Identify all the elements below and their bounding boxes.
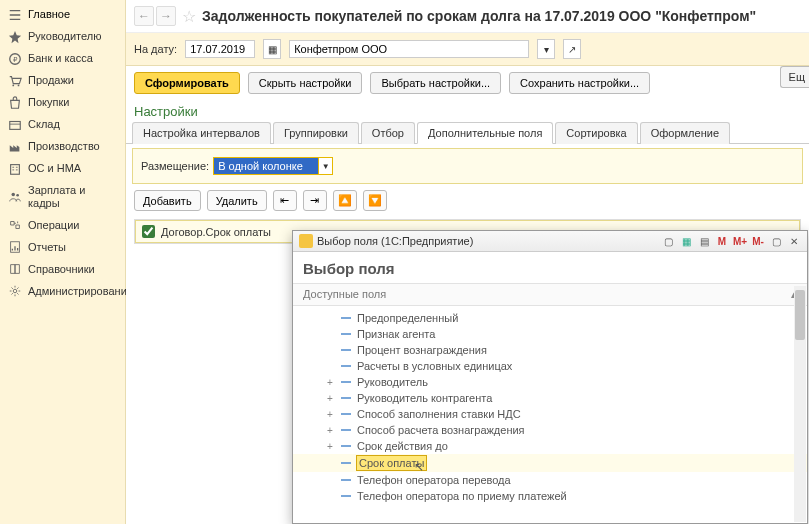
date-input[interactable] [185,40,255,58]
tree-row[interactable]: Телефон оператора по приему платежей [293,488,807,504]
hide-settings-button[interactable]: Скрыть настройки [248,72,363,94]
expand-icon[interactable]: + [325,425,335,436]
expand-icon[interactable]: + [325,377,335,388]
tree-row-label: Руководитель контрагента [357,392,492,404]
nav-forward-button[interactable]: → [156,6,176,26]
calendar-icon[interactable]: ▦ [679,234,693,248]
operations-icon [8,218,22,232]
choose-settings-button[interactable]: Выбрать настройки... [370,72,501,94]
app-icon [299,234,313,248]
placement-dropdown-icon[interactable]: ▼ [318,158,332,174]
svg-point-6 [12,193,16,197]
tree-area[interactable]: ПредопределенныйПризнак агентаПроцент во… [293,306,807,524]
tab-filter[interactable]: Отбор [361,122,415,144]
popup-titlebar[interactable]: Выбор поля (1С:Предприятие) ▢ ▦ ▤ M M+ M… [293,231,807,252]
calc-icon[interactable]: ▢ [661,234,675,248]
tab-groupings[interactable]: Группировки [273,122,359,144]
sidebar-item-otchety[interactable]: Отчеты [0,236,125,258]
calendar-button[interactable]: ▦ [263,39,281,59]
org-input[interactable] [289,40,529,58]
scrollbar[interactable] [794,286,806,522]
sidebar-item-glavnoe[interactable]: Главное [0,4,125,26]
org-open-button[interactable]: ↗ [563,39,581,59]
more-button[interactable]: Ещ [780,66,809,88]
sidebar-item-rukovoditelyu[interactable]: Руководителю [0,26,125,48]
sidebar-item-label: Зарплата и кадры [28,184,117,210]
expand-icon[interactable]: + [325,409,335,420]
sidebar-item-zarplata[interactable]: Зарплата и кадры [0,180,125,214]
factory-icon [8,140,22,154]
tree-row[interactable]: +Руководитель контрагента [293,390,807,406]
sidebar-item-os-nma[interactable]: ОС и НМА [0,158,125,180]
sidebar: Главное Руководителю ₽ Банк и касса Прод… [0,0,126,524]
tree-row[interactable]: Расчеты в условных единицах [293,358,807,374]
tree-row[interactable]: +Руководитель [293,374,807,390]
tree-row[interactable]: +Способ расчета вознаграждения [293,422,807,438]
svg-rect-5 [11,165,20,175]
delete-button[interactable]: Удалить [207,190,267,211]
placement-select[interactable]: В одной колонке ▼ [213,157,333,175]
add-button[interactable]: Добавить [134,190,201,211]
m-plus-button[interactable]: M+ [733,234,747,248]
tab-sorting[interactable]: Сортировка [555,122,637,144]
bullet-icon [341,479,351,481]
save-settings-button[interactable]: Сохранить настройки... [509,72,650,94]
bullet-icon [341,381,351,383]
expand-icon[interactable]: + [325,441,335,452]
scrollbar-thumb[interactable] [795,290,805,340]
settings-tabs: Настройка интервалов Группировки Отбор Д… [126,121,809,144]
field-row-checkbox[interactable] [142,225,155,238]
tab-additional-fields[interactable]: Дополнительные поля [417,122,553,144]
move-right-button[interactable]: ⇥ [303,190,327,211]
svg-point-7 [16,194,19,197]
tree-row-label: Признак агента [357,328,435,340]
minimize-button[interactable]: ▢ [769,234,783,248]
bullet-icon [341,429,351,431]
svg-point-9 [13,290,17,294]
fields-toolbar: Добавить Удалить ⇤ ⇥ 🔼 🔽 [126,188,809,213]
page-title: Задолженность покупателей по срокам долг… [202,8,756,24]
move-left-button[interactable]: ⇤ [273,190,297,211]
tree-row[interactable]: Предопределенный [293,310,807,326]
m-button[interactable]: M [715,234,729,248]
sidebar-item-pokupki[interactable]: Покупки [0,92,125,114]
sidebar-item-label: Главное [28,8,70,21]
tree-row[interactable]: Срок оплаты↖ [293,454,807,472]
bullet-icon [341,397,351,399]
tab-formatting[interactable]: Оформление [640,122,730,144]
tree-row[interactable]: +Срок действия до [293,438,807,454]
sidebar-item-operatsii[interactable]: Операции [0,214,125,236]
popup-subtitle-row: Доступные поля ▴ [293,283,807,306]
move-down-button[interactable]: 🔽 [363,190,387,211]
bullet-icon [341,365,351,367]
svg-point-3 [18,85,20,87]
print-icon[interactable]: ▤ [697,234,711,248]
move-up-button[interactable]: 🔼 [333,190,357,211]
sidebar-item-bank[interactable]: ₽ Банк и касса [0,48,125,70]
m-minus-button[interactable]: M- [751,234,765,248]
expand-icon[interactable]: + [325,393,335,404]
favorite-star-icon[interactable]: ☆ [182,7,196,26]
tree-row[interactable]: Признак агента [293,326,807,342]
sidebar-item-label: Справочники [28,263,95,276]
org-dropdown-button[interactable]: ▾ [537,39,555,59]
tree-row[interactable]: Процент вознаграждения [293,342,807,358]
bullet-icon [341,462,351,464]
sidebar-item-admin[interactable]: Администрирование [0,280,125,302]
sidebar-item-sklad[interactable]: Склад [0,114,125,136]
sidebar-item-spravochniki[interactable]: Справочники [0,258,125,280]
date-label: На дату: [134,43,177,55]
nav-back-button[interactable]: ← [134,6,154,26]
generate-button[interactable]: Сформировать [134,72,240,94]
tab-intervals[interactable]: Настройка интервалов [132,122,271,144]
tree-row[interactable]: +Способ заполнения ставки НДС [293,406,807,422]
tree-row[interactable]: Телефон оператора перевода [293,472,807,488]
date-bar: На дату: ▦ ▾ ↗ [126,33,809,66]
tree-row-label: Способ расчета вознаграждения [357,424,525,436]
sidebar-item-prodazhi[interactable]: Продажи [0,70,125,92]
bullet-icon [341,349,351,351]
sidebar-item-label: Склад [28,118,60,131]
bullet-icon [341,445,351,447]
sidebar-item-proizvodstvo[interactable]: Производство [0,136,125,158]
close-button[interactable]: ✕ [787,234,801,248]
